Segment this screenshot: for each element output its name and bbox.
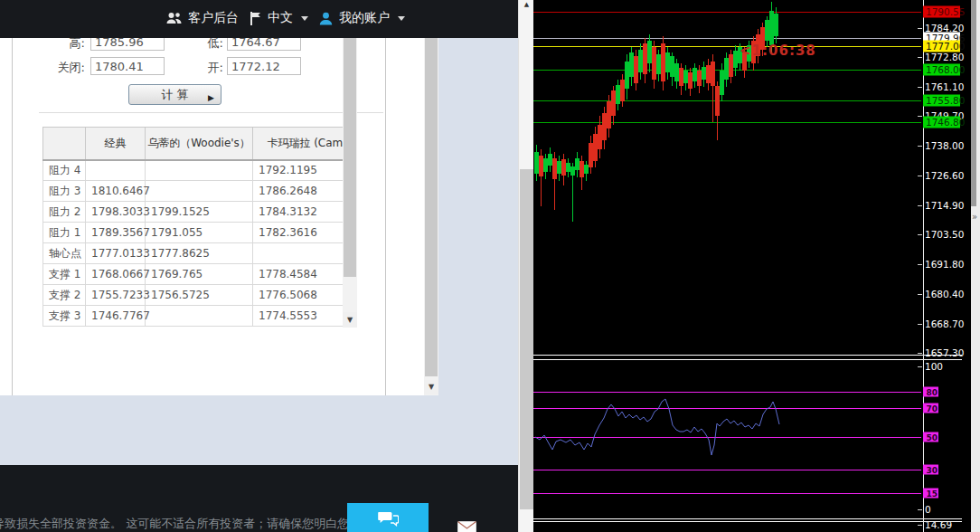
nav-item-language[interactable]: 中文: [250, 10, 308, 26]
open-field[interactable]: [227, 57, 301, 75]
candle-body: [693, 68, 697, 81]
chart-side-scrollbar[interactable]: »: [971, 0, 980, 532]
scroll-down-button[interactable]: ▼: [343, 312, 357, 328]
low-field[interactable]: [227, 38, 301, 51]
chevron-down-icon: [301, 16, 308, 21]
candle-body: [629, 52, 634, 77]
candle-body: [679, 68, 683, 86]
candle-body: [706, 65, 711, 83]
table-cell: 1777.8625: [146, 243, 253, 264]
table-cell: 1777.0133: [86, 243, 146, 264]
candle-body: [561, 159, 566, 176]
candle-body: [611, 90, 616, 116]
price-badge-label: 1755.80: [926, 95, 965, 106]
nav-item-client-portal[interactable]: 客户后台: [166, 10, 239, 26]
table-cell: 1792.1195: [253, 160, 355, 181]
live-chat-button[interactable]: [347, 503, 429, 532]
table-cell: [146, 160, 253, 181]
column-header: 经典: [86, 128, 146, 160]
candle-body: [702, 67, 706, 80]
pivot-row-link[interactable]: 阻力 2: [43, 202, 86, 223]
close-field[interactable]: [90, 57, 165, 75]
candle-body: [661, 43, 665, 81]
play-icon: ▶: [208, 89, 214, 108]
chart-background: [533, 0, 971, 532]
chart-canvas: 1784.201772.801761.101749.701738.001726.…: [533, 0, 971, 532]
table-cell: 1786.2648: [253, 181, 355, 202]
arrow-up-icon[interactable]: ▲: [519, 0, 534, 9]
pivot-row-link[interactable]: 阻力 4: [43, 160, 86, 181]
price-label: 1738.00: [925, 140, 964, 151]
candle-body: [638, 50, 643, 72]
price-label: 1726.60: [925, 170, 964, 181]
browser-scrollbar-thumb[interactable]: [520, 169, 533, 509]
divider: [39, 112, 383, 113]
candle-body: [534, 152, 539, 174]
screen: 客户后台 中文 我的账户 高: 低: 关闭: 开:: [0, 0, 980, 532]
candle-body: [688, 72, 693, 89]
low-label: 低:: [189, 38, 223, 52]
envelope-icon[interactable]: [457, 521, 476, 532]
pivot-row-link[interactable]: 阻力 3: [43, 181, 86, 202]
table-cell: 1778.4584: [253, 264, 355, 285]
pivot-row-link[interactable]: 阻力 1: [43, 223, 86, 243]
table-cell: 1756.5725: [146, 285, 253, 306]
flag-icon: [250, 12, 261, 25]
user-icon: [319, 12, 333, 25]
chevron-right-icon: »: [972, 212, 977, 222]
browser-pane: 客户后台 中文 我的账户 高: 低: 关闭: 开:: [0, 0, 518, 532]
pivot-row-link[interactable]: 支撑 1: [43, 264, 86, 285]
candle-body: [557, 161, 561, 174]
candle-body: [616, 85, 620, 104]
candle-body: [652, 47, 656, 80]
close-label: 关闭:: [38, 60, 85, 76]
calculate-button-label: 计 算: [161, 88, 188, 101]
calculate-button[interactable]: 计 算 ▶: [128, 84, 221, 105]
table-scrollbar-thumb[interactable]: [344, 38, 356, 277]
table-cell: 1784.3132: [253, 202, 355, 223]
price-badge-label: 1790.55: [926, 6, 965, 17]
table-cell: 1810.6467: [86, 181, 146, 202]
candle-countdown-timer: <1:06:38: [740, 43, 816, 59]
table-cell: 1782.3616: [253, 223, 355, 243]
candle-body: [769, 11, 774, 45]
candle-body: [665, 52, 670, 72]
trading-chart[interactable]: 1784.201772.801761.101749.701738.001726.…: [533, 0, 971, 532]
price-label: 1772.80: [925, 52, 964, 62]
candle-body: [634, 56, 638, 83]
scroll-down-button[interactable]: ▼: [424, 380, 438, 394]
table-scrollbar[interactable]: ▼: [343, 38, 357, 328]
column-header: 乌蒂的（Woodie's）: [146, 128, 253, 160]
table-cell: [86, 160, 146, 181]
browser-scrollbar[interactable]: ▲: [518, 0, 533, 532]
candle-body: [589, 143, 593, 167]
table-row: 阻力 21798.30331799.15251784.3132: [43, 202, 355, 223]
nav-item-my-account[interactable]: 我的账户: [319, 10, 405, 26]
osc-badge-label: 50: [927, 433, 938, 442]
pivot-row-link[interactable]: 支撑 2: [43, 285, 86, 306]
pivot-calculator-widget: 高: 低: 关闭: 开: 计 算 ▶ 经典乌蒂的（Woodie's）卡玛瑞拉 (…: [0, 38, 438, 395]
candle-body: [656, 54, 661, 74]
chart-scrollbar-thumb[interactable]: [971, 0, 976, 206]
table-cell: [253, 243, 355, 264]
table-cell: 1798.3033: [86, 202, 146, 223]
table-row: 阻力 41792.1195: [43, 160, 355, 181]
table-cell: 1791.055: [146, 223, 253, 243]
widget-scrollbar[interactable]: ▼: [424, 38, 438, 395]
pivot-row-link[interactable]: 轴心点: [43, 243, 86, 264]
table-cell: 1776.5068: [253, 285, 355, 306]
chevron-down-icon: [398, 16, 405, 21]
high-field[interactable]: [90, 38, 165, 51]
price-label: 1691.80: [925, 259, 964, 270]
price-label: 1668.70: [925, 318, 964, 329]
pivot-row-link[interactable]: 支撑 3: [43, 306, 86, 327]
candle-body: [683, 71, 688, 83]
osc-label: 0: [925, 504, 931, 515]
widget-scrollbar-thumb[interactable]: [425, 38, 438, 376]
candle-body: [580, 161, 584, 177]
high-label: 高:: [49, 38, 85, 52]
candle-body: [765, 20, 769, 41]
column-header: [43, 128, 86, 160]
candle-body: [625, 62, 629, 89]
candle-body: [548, 154, 552, 166]
